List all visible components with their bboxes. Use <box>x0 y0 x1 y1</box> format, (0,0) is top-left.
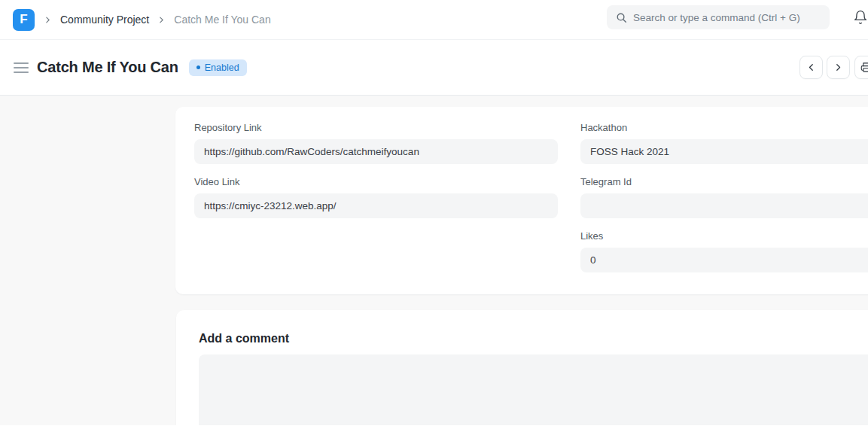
field-likes: Likes <box>580 230 868 272</box>
telegram-id-input[interactable] <box>580 193 868 218</box>
field-telegram-id: Telegram Id <box>580 176 868 218</box>
likes-label: Likes <box>580 230 868 242</box>
hackathon-input[interactable] <box>580 139 868 164</box>
video-link-label: Video Link <box>194 176 558 187</box>
global-search[interactable] <box>607 5 830 29</box>
search-icon <box>616 12 627 23</box>
previous-record-button[interactable] <box>799 56 823 79</box>
chevron-left-icon <box>807 63 815 72</box>
print-button[interactable] <box>854 56 868 79</box>
sidebar-toggle-icon[interactable] <box>14 62 29 73</box>
breadcrumb-community-project[interactable]: Community Project <box>60 14 149 26</box>
comments-section-card: Add a comment <box>176 310 868 425</box>
add-comment-heading: Add a comment <box>199 332 868 345</box>
repository-link-label: Repository Link <box>194 122 558 133</box>
telegram-id-label: Telegram Id <box>580 176 868 187</box>
breadcrumb-current-page: Catch Me If You Can <box>174 14 270 26</box>
page-title: Catch Me If You Can <box>37 59 178 76</box>
status-dot-icon <box>196 65 200 69</box>
page-header: Catch Me If You Can Enabled <box>0 40 868 96</box>
search-input[interactable] <box>633 12 821 23</box>
page-content: Repository Link Hackathon Video Link Tel… <box>0 96 868 425</box>
likes-input[interactable] <box>580 248 868 272</box>
app-logo[interactable]: F <box>13 9 35 31</box>
field-repository-link: Repository Link <box>194 122 558 164</box>
hackathon-label: Hackathon <box>580 122 868 133</box>
chevron-right-icon <box>44 17 51 23</box>
chevron-right-icon <box>834 63 842 72</box>
status-badge-label: Enabled <box>205 62 239 73</box>
field-hackathon: Hackathon <box>580 122 868 164</box>
printer-icon <box>860 62 868 73</box>
details-section-card: Repository Link Hackathon Video Link Tel… <box>175 107 868 294</box>
notifications-bell-icon[interactable] <box>853 9 868 27</box>
status-badge: Enabled <box>189 59 247 76</box>
video-link-input[interactable] <box>194 193 558 218</box>
chevron-right-icon <box>158 17 165 23</box>
next-record-button[interactable] <box>827 56 850 79</box>
top-navbar: F Community Project Catch Me If You Can <box>0 0 868 40</box>
form-grid: Repository Link Hackathon Video Link Tel… <box>194 122 868 285</box>
repository-link-input[interactable] <box>194 139 558 164</box>
app-logo-letter: F <box>20 12 27 27</box>
comment-input[interactable] <box>199 354 868 425</box>
field-video-link: Video Link <box>194 176 558 218</box>
